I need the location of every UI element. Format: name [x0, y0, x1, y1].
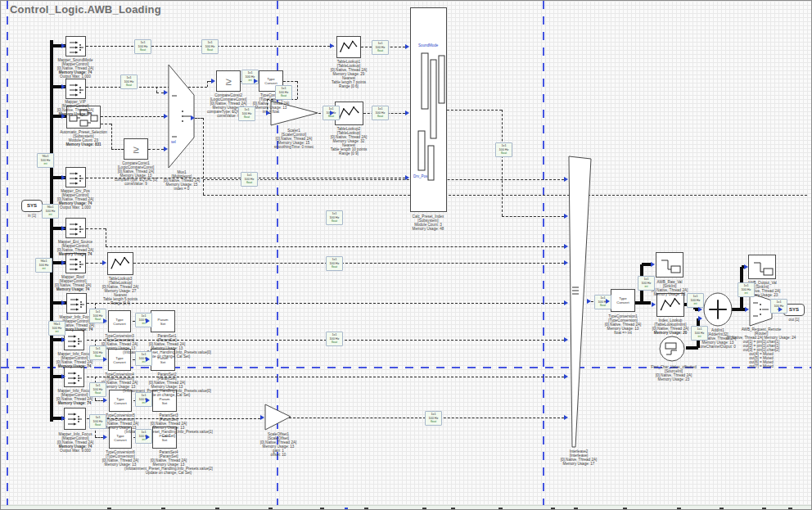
sink-icon	[749, 255, 775, 278]
wire-segment[interactable]	[111, 149, 124, 150]
block-label: Mapper_Drv_Pos[MapperControl][0].Native,…	[75, 189, 112, 210]
block-paramset1[interactable]: ParamSet	[151, 310, 175, 332]
mux-icon	[66, 219, 85, 237]
port-arrow-icon	[587, 299, 591, 304]
mux-icon	[65, 368, 83, 386]
port-arrow-icon	[61, 43, 65, 48]
block-awb-output-val[interactable]	[748, 255, 776, 279]
port-arrow-icon	[61, 337, 65, 342]
wire-segment[interactable]	[156, 87, 157, 93]
block-label: AWB_Output_Val[SinkInt][0].Native, Threa…	[762, 281, 799, 297]
wire-segment[interactable]	[133, 263, 564, 264]
block-interleave2[interactable]	[569, 156, 592, 451]
port-arrow-icon	[164, 114, 168, 119]
port-arrow-icon	[103, 357, 107, 362]
port-arrow-icon	[564, 244, 568, 249]
block-inner-text: TypeConvert	[611, 290, 634, 311]
block-label: Mapper_SoundMode[MapperControl][0].Nativ…	[75, 58, 112, 79]
wire-type-label: 1x1100 Hzfloat	[495, 142, 512, 157]
block-label: TableLookup1[TableLookup][0].Native, Thr…	[349, 60, 386, 88]
port-arrow-icon	[564, 337, 568, 342]
block-mapper-info-focus-4[interactable]	[64, 408, 86, 430]
greater-equal-icon: ≥	[217, 71, 240, 91]
wire-segment[interactable]	[87, 303, 564, 304]
grid-guide-vertical	[7, 1, 8, 510]
wire-segment[interactable]	[156, 93, 164, 93]
zig-icon	[337, 37, 360, 57]
wire-type-label: 1x1100 Hzfloat	[326, 332, 343, 346]
wire-type-label: 96x1100 Hzint	[48, 321, 65, 336]
block-inner-text: TypeConvert	[110, 390, 131, 411]
wire-segment[interactable]	[101, 116, 164, 117]
port-arrow-icon	[103, 398, 107, 403]
block-mapper-vip[interactable]	[65, 79, 86, 99]
wire-segment[interactable]	[203, 195, 807, 196]
block-index-lookup[interactable]	[656, 293, 684, 317]
minimap-strip	[1, 505, 812, 510]
block-label: First_Char_Value_offsetted[SourceInt][0]…	[674, 365, 720, 381]
block-mapper-soundmode[interactable]	[65, 36, 86, 56]
wire-type-label: 96x1100 Hzint	[37, 153, 54, 168]
diagram-canvas[interactable]: Control_Logic.AWB_Loading SYSin [1]Mappe…	[0, 0, 812, 510]
grid-guide-vertical	[543, 1, 544, 510]
wire-segment[interactable]	[101, 124, 111, 124]
wire-segment[interactable]	[642, 263, 651, 266]
wire-type-label: 96x1100 Hzint	[35, 258, 52, 273]
wire-segment[interactable]	[207, 81, 208, 87]
block-mapper-info-focus-3[interactable]	[64, 367, 84, 387]
block-scaleoffset1[interactable]	[265, 404, 291, 434]
wire-segment[interactable]	[502, 216, 564, 217]
port-label: Drv_Pos	[413, 174, 427, 178]
mux-icon	[66, 168, 85, 187]
block-mapper-info-focus-2[interactable]	[64, 330, 84, 350]
block-mapper-ent-source[interactable]	[65, 218, 86, 238]
wire-segment[interactable]	[283, 81, 297, 82]
port-arrow-icon	[211, 79, 215, 83]
block-compareconst2[interactable]: ≥	[216, 70, 241, 92]
port-arrow-icon	[564, 415, 568, 420]
port-arrow-icon	[651, 262, 655, 267]
wire-segment[interactable]	[148, 149, 164, 150]
wire-type-label: 1x1100 Hzfloat	[275, 85, 292, 100]
block-typeconversion1[interactable]: TypeConvert	[611, 289, 635, 312]
block-typeconversion5[interactable]: TypeConvert	[109, 390, 132, 412]
wire-type-label: 1x1100 Hzint	[687, 293, 704, 308]
port-arrow-icon	[744, 264, 748, 269]
wire-segment[interactable]	[50, 40, 53, 422]
wire-type-label: 1x1100 Hzfloat	[201, 39, 219, 54]
page-title: Control_Logic.AWB_Loading	[10, 3, 161, 16]
sink-icon	[656, 253, 683, 277]
block-label: AWB_Request_Remote[Router][0].Native, Th…	[761, 327, 812, 368]
port-arrow-icon	[405, 44, 409, 49]
block-awb-raw-val[interactable]	[656, 252, 683, 278]
block-awb-request-remote[interactable]	[750, 293, 773, 329]
wire-segment[interactable]	[86, 228, 106, 229]
wire-segment[interactable]	[106, 246, 564, 247]
wire-type-label: 1x1100 Hzint	[638, 276, 655, 291]
block-tablelookup1[interactable]	[336, 36, 361, 58]
port-arrow-icon	[330, 43, 334, 48]
block-sys-in[interactable]: SYS	[21, 200, 43, 212]
port-arrow-icon	[564, 300, 568, 305]
block-mapper-info-focus-1[interactable]	[66, 293, 87, 314]
wire-type-label: 1x1100 Hzfloat	[372, 106, 389, 120]
block-addint1[interactable]	[703, 292, 733, 330]
block-label: Mapper_VIP[MapperControl][0].Native, Thr…	[75, 100, 112, 116]
block-calc-preset-index[interactable]	[410, 7, 447, 212]
block-first-char-value-offsetted[interactable]	[659, 336, 685, 365]
wire-type-label: 1x1100 Hzfloat	[134, 39, 151, 54]
block-label: out [1]	[794, 318, 805, 322]
wire-type-label: 1x1100 Hzfloat	[241, 172, 258, 187]
port-arrow-icon	[164, 90, 168, 95]
wire-segment[interactable]	[86, 263, 102, 264]
port-arrow-icon	[564, 260, 568, 265]
mux-icon	[65, 331, 83, 350]
block-mapper-drv-pos[interactable]	[65, 167, 86, 187]
port-arrow-icon	[652, 302, 656, 307]
wire-segment[interactable]	[502, 110, 503, 216]
block-label: Interleave2[Interleave][0].Native, Threa…	[579, 449, 616, 466]
wire-segment[interactable]	[195, 118, 203, 119]
block-label: Calc_Preset_Index[Subsystem]Module Count…	[428, 214, 460, 231]
wire-segment[interactable]	[447, 110, 502, 111]
block-label: ParamSet4[ParamSet][0].Native, Thread 2A…	[169, 450, 257, 475]
